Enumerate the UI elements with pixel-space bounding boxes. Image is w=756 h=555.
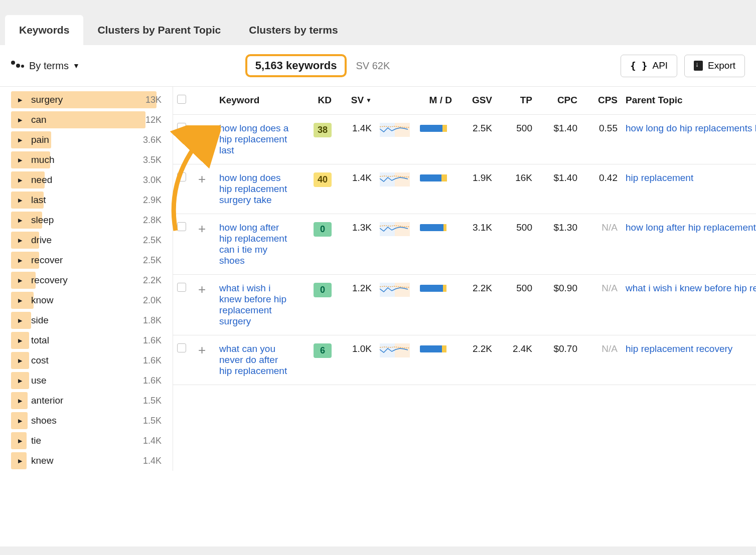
keyword-link[interactable]: what can you never do after hip replacem…	[219, 343, 289, 377]
col-cpc[interactable]: CPC	[536, 87, 581, 115]
table-row: +how long after hip replacement can i ti…	[173, 214, 756, 275]
row-checkbox[interactable]	[177, 123, 186, 132]
term-row[interactable]: ▶pain3.6K	[0, 130, 173, 150]
term-row[interactable]: ▶use1.6K	[0, 371, 173, 391]
row-checkbox[interactable]	[177, 222, 186, 231]
expand-row-icon[interactable]: +	[198, 221, 206, 236]
sv-value: 1.2K	[336, 275, 376, 335]
col-checkbox[interactable]	[173, 87, 194, 115]
term-count: 2.8K	[143, 215, 162, 226]
svg-rect-1	[395, 123, 410, 137]
keyword-link[interactable]: how long does hip replacement surgery ta…	[219, 172, 289, 206]
term-label: can	[31, 114, 47, 125]
expand-row-icon[interactable]: +	[198, 171, 206, 187]
api-icon	[630, 60, 647, 72]
tab-keywords[interactable]: Keywords	[5, 15, 83, 45]
cps-value: 0.42	[581, 164, 622, 214]
term-label: last	[31, 195, 46, 206]
term-bar	[11, 292, 34, 309]
sort-desc-icon: ▼	[366, 97, 372, 104]
grouping-dropdown[interactable]: By terms ▼	[29, 60, 80, 72]
term-count: 3.6K	[143, 135, 162, 145]
expand-row-icon[interactable]: +	[198, 282, 206, 297]
expand-icon: ▶	[18, 217, 22, 224]
trend-sparkline	[380, 123, 410, 137]
parent-topic-link[interactable]: hip replacement	[626, 172, 693, 183]
chevron-down-icon: ▼	[73, 62, 80, 70]
term-label: anterior	[31, 395, 63, 406]
expand-icon: ▶	[18, 117, 22, 123]
col-cps[interactable]: CPS	[581, 87, 622, 115]
row-checkbox[interactable]	[177, 343, 186, 352]
gsv-value: 2.2K	[456, 275, 496, 335]
col-sv[interactable]: SV▼	[336, 87, 376, 115]
col-kd[interactable]: KD	[300, 87, 336, 115]
keyword-count-text: 5,163 keywords	[255, 59, 337, 72]
col-md[interactable]: M / D	[416, 87, 456, 115]
cpc-value: $1.40	[536, 164, 581, 214]
expand-icon: ▶	[18, 257, 22, 264]
cpc-value: $1.30	[536, 214, 581, 275]
term-row[interactable]: ▶surgery13K	[0, 90, 173, 110]
row-checkbox[interactable]	[177, 283, 186, 292]
export-button[interactable]: Export	[684, 55, 745, 77]
svg-rect-4	[380, 222, 395, 236]
term-row[interactable]: ▶can12K	[0, 110, 173, 130]
term-row[interactable]: ▶side1.8K	[0, 310, 173, 330]
row-checkbox[interactable]	[177, 172, 186, 181]
expand-row-icon[interactable]: +	[198, 122, 206, 137]
col-tp[interactable]: TP	[496, 87, 536, 115]
parent-topic-link[interactable]: hip replacement recovery	[626, 343, 732, 354]
expand-icon: ▶	[18, 237, 22, 244]
term-row[interactable]: ▶tie1.4K	[0, 431, 173, 451]
col-parent[interactable]: Parent Topic	[622, 87, 756, 115]
parent-topic-link[interactable]: how long do hip replacements last	[626, 123, 756, 133]
term-count: 1.8K	[143, 315, 162, 326]
term-row[interactable]: ▶last2.9K	[0, 190, 173, 210]
term-row[interactable]: ▶anterior1.5K	[0, 391, 173, 411]
term-count: 2.2K	[143, 275, 162, 286]
term-label: recover	[31, 255, 63, 266]
svg-rect-8	[380, 343, 395, 357]
term-row[interactable]: ▶recovery2.2K	[0, 270, 173, 290]
term-row[interactable]: ▶know2.0K	[0, 290, 173, 310]
term-count: 1.6K	[143, 355, 162, 366]
term-row[interactable]: ▶recover2.5K	[0, 250, 173, 270]
col-keyword[interactable]: Keyword	[215, 87, 300, 115]
grouping-label: By terms	[29, 60, 69, 72]
col-gsv[interactable]: GSV	[456, 87, 496, 115]
term-label: shoes	[31, 415, 57, 426]
term-label: drive	[31, 235, 52, 246]
export-icon	[694, 61, 703, 71]
svg-rect-0	[380, 123, 395, 137]
term-row[interactable]: ▶drive2.5K	[0, 230, 173, 250]
term-count: 1.6K	[143, 335, 162, 346]
term-row[interactable]: ▶much3.5K	[0, 150, 173, 170]
parent-topic-link[interactable]: how long after hip replacement can i tie…	[626, 222, 756, 233]
term-row[interactable]: ▶need3.0K	[0, 170, 173, 190]
table-row: +how long does hip replacement surgery t…	[173, 164, 756, 214]
term-row[interactable]: ▶knew1.4K	[0, 451, 173, 471]
term-row[interactable]: ▶shoes1.5K	[0, 411, 173, 431]
expand-icon: ▶	[18, 197, 22, 204]
tab-clusters-terms[interactable]: Clusters by terms	[235, 15, 352, 45]
expand-icon: ▶	[18, 157, 22, 163]
parent-topic-link[interactable]: what i wish i knew before hip replacemen…	[626, 283, 756, 293]
tp-value: 16K	[496, 164, 536, 214]
keyword-link[interactable]: how long does a hip replacement last	[219, 123, 289, 156]
svg-rect-5	[395, 222, 410, 236]
md-bar	[420, 224, 450, 231]
term-row[interactable]: ▶total1.6K	[0, 330, 173, 350]
keyword-link[interactable]: what i wish i knew before hip replacemen…	[219, 283, 289, 327]
term-row[interactable]: ▶cost1.6K	[0, 350, 173, 371]
api-button[interactable]: API	[621, 55, 677, 77]
expand-icon: ▶	[18, 357, 22, 364]
term-label: use	[31, 375, 47, 386]
cpc-value: $0.90	[536, 275, 581, 335]
expand-row-icon[interactable]: +	[198, 342, 206, 357]
sv-value: 1.4K	[336, 115, 376, 164]
kd-badge: 6	[314, 343, 332, 358]
term-row[interactable]: ▶sleep2.8K	[0, 210, 173, 230]
tab-clusters-parent[interactable]: Clusters by Parent Topic	[83, 15, 235, 45]
keyword-link[interactable]: how long after hip replacement can i tie…	[219, 222, 289, 266]
